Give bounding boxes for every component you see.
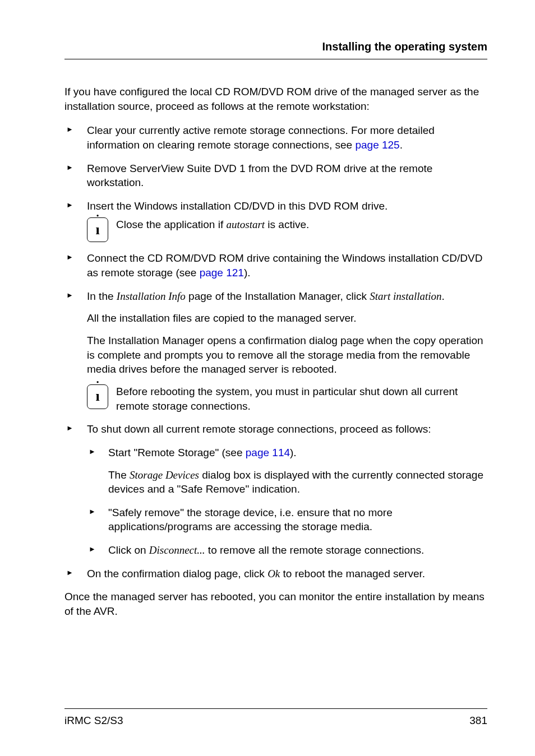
bullet-connect-drive: Connect the CD ROM/DVD ROM drive contain… xyxy=(64,251,487,280)
installation-info-italic: Installation Info xyxy=(117,290,186,302)
bullet-confirm-reboot: On the confirmation dialog page, click O… xyxy=(64,567,487,581)
info-icon: ı xyxy=(87,384,108,409)
info-text: Close the application if autostart is ac… xyxy=(116,217,487,232)
sub-bullet-safe-remove: "Safely remove" the storage device, i.e.… xyxy=(87,505,487,534)
bullet-installation-info: In the Installation Info page of the Ins… xyxy=(64,289,487,413)
info-box-autostart: ı Close the application if autostart is … xyxy=(87,217,487,242)
main-list: Clear your currently active remote stora… xyxy=(64,123,487,581)
sub-copied-text: All the installation files are copied to… xyxy=(87,311,487,326)
page-header: Installing the operating system xyxy=(64,39,487,59)
ok-italic: Ok xyxy=(268,568,280,579)
header-title: Installing the operating system xyxy=(322,40,487,53)
bullet-clear-connections: Clear your currently active remote stora… xyxy=(64,123,487,152)
bullet-text: Remove ServerView Suite DVD 1 from the D… xyxy=(87,163,432,189)
sub-bullet-disconnect: Click on Disconnect... to remove all the… xyxy=(87,543,487,558)
sub-storage-devices-text: The Storage Devices dialog box is displa… xyxy=(108,468,487,497)
info-icon: ı xyxy=(87,217,108,242)
info-text: Before rebooting the system, you must in… xyxy=(116,384,487,413)
bullet-text-post: . xyxy=(400,139,403,151)
bullet-shutdown-connections: To shut down all current remote storage … xyxy=(64,422,487,557)
sub-bullet-start-remote: Start "Remote Storage" (see page 114). T… xyxy=(87,446,487,497)
bullet-insert-cd: Insert the Windows installation CD/DVD i… xyxy=(64,199,487,243)
page-114-link[interactable]: page 114 xyxy=(246,447,290,458)
footer-left: iRMC S2/S3 xyxy=(64,713,123,728)
bullet-remove-dvd: Remove ServerView Suite DVD 1 from the D… xyxy=(64,161,487,190)
page-121-link[interactable]: page 121 xyxy=(200,267,244,279)
info-box-reboot: ı Before rebooting the system, you must … xyxy=(87,384,487,413)
intro-text: If you have configured the local CD ROM/… xyxy=(64,85,487,113)
sub-dialog-text: The Installation Manager opens a confirm… xyxy=(87,333,487,377)
page-125-link[interactable]: page 125 xyxy=(355,139,399,151)
bullet-text: Insert the Windows installation CD/DVD i… xyxy=(87,200,388,212)
disconnect-italic: Disconnect... xyxy=(149,544,205,556)
footer-right: 381 xyxy=(469,713,487,728)
bullet-text: To shut down all current remote storage … xyxy=(87,423,431,435)
storage-devices-italic: Storage Devices xyxy=(130,469,199,481)
autostart-italic: autostart xyxy=(226,219,265,230)
start-installation-italic: Start installation xyxy=(370,290,441,302)
bullet-text: Connect the CD ROM/DVD ROM drive contain… xyxy=(87,252,482,279)
sub-list: Start "Remote Storage" (see page 114). T… xyxy=(87,446,487,558)
page-footer: iRMC S2/S3 381 xyxy=(64,708,487,728)
closing-text: Once the managed server has rebooted, yo… xyxy=(64,590,487,618)
